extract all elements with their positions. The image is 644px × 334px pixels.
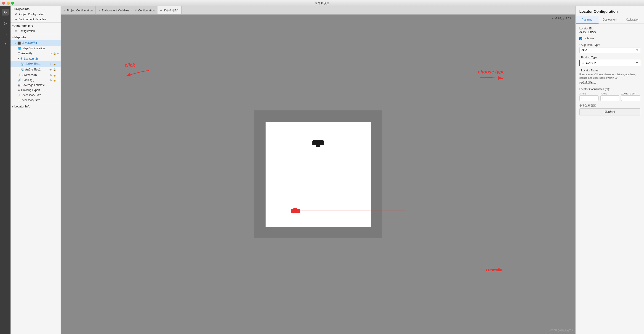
ceiling-device-shape	[312, 140, 324, 145]
x-axis-label: X Axis	[579, 92, 598, 95]
station1-actions: 👁 🔒 −	[49, 62, 59, 65]
areas-actions: ⊘ 🔒 +	[49, 52, 59, 55]
sidebar-item-areas[interactable]: ⊡ Areas(0) ⊘ 🔒 +	[10, 51, 60, 56]
station2-eye-icon[interactable]: 👁	[49, 68, 52, 71]
sidebar-section-locator-info[interactable]: Locator Info	[10, 104, 60, 109]
areas-add-icon[interactable]: +	[57, 52, 59, 55]
y-axis-col: Y Axis	[600, 92, 620, 101]
tab-close-project[interactable]: ✕	[64, 9, 66, 12]
algorithm-info-label: Algorithm Info	[14, 24, 33, 27]
annotation-rename: rename	[486, 267, 502, 272]
sidebar-item-project-configuration[interactable]: ⚙ Project Configuration	[10, 12, 60, 17]
sidebar-item-coverage-estimate[interactable]: ▦ Coverage Estimate	[10, 83, 60, 88]
sidebar-item-environment-variables[interactable]: ✏ Environment Variables	[10, 17, 60, 22]
z-axis-input[interactable]	[621, 95, 640, 101]
y-axis-input[interactable]	[600, 95, 620, 101]
chevron-map-info	[12, 36, 14, 39]
cables-lock-icon[interactable]: 🔒	[53, 79, 56, 82]
right-panel: Locator Configuration Planning Deploymen…	[576, 6, 644, 334]
locator-list-icon: ⚙	[20, 57, 23, 60]
locator-coords-section: Locator Coordinates (m): X Axis Y Axis Z…	[579, 88, 640, 101]
station1-remove-icon[interactable]: −	[57, 63, 59, 65]
tab-unnamed-map[interactable]: 未命名地图1	[158, 6, 182, 14]
project-info-label: Project Info	[14, 7, 30, 11]
station2-icon: 📡	[20, 68, 24, 71]
sidebar-section-algorithm-info[interactable]: Algorithm Info	[10, 23, 60, 28]
tab-label-config: Configuration	[138, 9, 154, 12]
sidebar-item-unnamed-map[interactable]: ⬛ unnamed-map 未命名地图1	[10, 40, 60, 46]
x-axis-input[interactable]	[579, 95, 598, 101]
cables-disable-icon[interactable]: ⊘	[50, 79, 52, 82]
canvas-area[interactable]: x: -3.98, y: 2.53 click choose type	[61, 14, 576, 334]
z-axis-col: Z Axis (0-25)	[621, 92, 640, 101]
tab-planning[interactable]: Planning	[576, 16, 598, 23]
algorithm-type-select[interactable]: AOA	[579, 47, 640, 53]
help-icon[interactable]: ?	[2, 41, 9, 48]
sidebar-item-map-configuration[interactable]: 🌐 Map Configuration	[10, 46, 60, 51]
monitor-icon[interactable]: ▭	[2, 30, 9, 37]
switch-icon: ⚡	[18, 73, 21, 77]
locator-id-value: r9HDuJgR5O	[579, 31, 640, 34]
main-content: ✕ Project Configuration ✕ Environment Va…	[61, 6, 576, 334]
map-configuration-label: Map Configuration	[22, 47, 45, 50]
locator-ceiling-device	[312, 140, 324, 145]
switches-disable-icon[interactable]: ⊘	[50, 74, 52, 77]
product-type-select[interactable]: CL-GA10-P	[579, 60, 640, 66]
algorithm-type-label: Algorithm Type:	[579, 43, 640, 46]
tab-deployment[interactable]: Deployment	[598, 16, 622, 23]
sidebar-item-cables[interactable]: 🔗 Cables(0) ⊘ 🔒 +	[10, 78, 60, 83]
station2-label: 未命名基站2	[25, 68, 41, 72]
switches-add-icon[interactable]: +	[57, 74, 59, 76]
titlebar-buttons	[2, 1, 14, 4]
station2-remove-icon[interactable]: −	[57, 68, 59, 71]
cables-label: Cables(0)	[22, 78, 34, 82]
sidebar-item-station2[interactable]: 📡 未命名基站2 👁 🔒 −	[10, 67, 60, 73]
add-annotation-button[interactable]: 添加标注	[579, 108, 640, 115]
window-title: 未命名项目	[315, 1, 330, 5]
station2-lock-icon[interactable]: 🔒	[53, 68, 56, 71]
tab-configuration[interactable]: ✕ Configuration	[132, 6, 158, 14]
maximize-button[interactable]	[11, 1, 14, 4]
tab-calibration[interactable]: Calibration	[621, 16, 644, 23]
watermark: CSDN @程序员的333	[550, 329, 573, 332]
algorithm-type-section: Algorithm Type: AOA	[579, 43, 640, 53]
close-button[interactable]	[2, 1, 5, 4]
station1-lock-icon[interactable]: 🔒	[53, 62, 56, 65]
cables-actions: ⊘ 🔒 +	[49, 79, 59, 82]
coords-row: X Axis Y Axis Z Axis (0-25)	[579, 92, 640, 101]
divider-2	[10, 34, 60, 34]
sidebar-item-configuration[interactable]: ✏ Configuration	[10, 28, 60, 33]
arrow-click	[121, 64, 151, 77]
is-active-checkbox[interactable]	[579, 37, 582, 40]
minimize-button[interactable]	[7, 1, 10, 4]
sidebar-item-auto-place-gateways[interactable]: ⚡ Accessory Size	[10, 93, 60, 98]
tab-project-configuration[interactable]: ✕ Project Configuration	[61, 6, 96, 14]
wifi-icon[interactable]: ◎	[2, 20, 9, 26]
sidebar-item-station1[interactable]: 📡 未命名基站1 👁 🔒 −	[10, 61, 60, 67]
areas-disable-icon[interactable]: ⊘	[50, 52, 52, 55]
product-type-section: Product Type: CL-GA10-P	[579, 56, 640, 66]
tab-close-config[interactable]: ✕	[135, 9, 137, 12]
y-axis-label: Y Axis	[600, 92, 620, 95]
station1-eye-icon[interactable]: 👁	[49, 63, 52, 65]
tab-environment-variables[interactable]: ✕ Environment Variables	[96, 6, 132, 14]
is-active-section: Is Active	[579, 37, 640, 41]
chevron-algorithm-info	[12, 25, 14, 27]
tab-bar: ✕ Project Configuration ✕ Environment Va…	[61, 6, 576, 14]
tab-close-env[interactable]: ✕	[98, 9, 100, 12]
areas-lock-icon[interactable]: 🔒	[53, 52, 56, 55]
sidebar-section-project-info[interactable]: Project Info	[10, 6, 60, 12]
sidebar-item-locators[interactable]: ⚙ Locators(2)	[10, 56, 60, 61]
export-icon: ⬇	[18, 89, 20, 92]
sidebar-item-switches[interactable]: ⚡ Switches(0) ⊘ 🔒 +	[10, 73, 60, 78]
pencil-icon: ✏	[15, 18, 17, 21]
switches-actions: ⊘ 🔒 +	[49, 74, 59, 77]
switches-lock-icon[interactable]: 🔒	[53, 74, 56, 77]
arrow-choose-type	[478, 72, 505, 84]
sidebar-section-map-info[interactable]: Map Info	[10, 35, 60, 40]
settings-icon[interactable]: ⚙	[2, 9, 9, 15]
sidebar-item-drawing-export[interactable]: ⬇ Drawing Export	[10, 88, 60, 93]
sidebar-item-accessory-size[interactable]: ▭ Accessory Size	[10, 98, 60, 103]
cables-add-icon[interactable]: +	[57, 79, 59, 81]
arrow-rename	[478, 262, 505, 275]
